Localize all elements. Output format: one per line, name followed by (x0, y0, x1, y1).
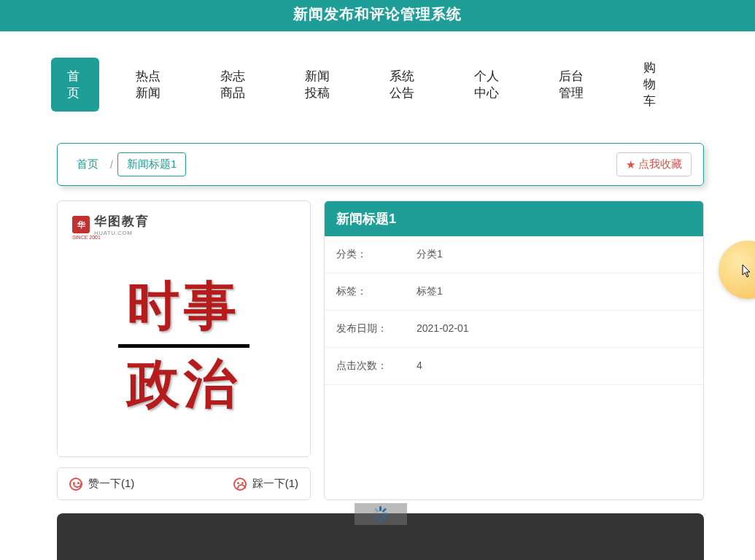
image-headline: 时事 政治 (118, 273, 249, 419)
nav-submit[interactable]: 新闻投稿 (289, 58, 353, 112)
system-title: 新闻发布和评论管理系统 (0, 0, 755, 31)
left-column: 华 华图教育 HUATU.COM SINCE 2001 时事 政治 赞一下(1) (57, 201, 311, 500)
logo-icon: 华 (72, 216, 90, 233)
vote-panel: 赞一下(1) 踩一下(1) (57, 467, 311, 500)
frown-icon (233, 478, 247, 491)
info-row-tag: 标签： 标签1 (325, 273, 703, 311)
main-nav: 首页 热点新闻 杂志商品 新闻投稿 系统公告 个人中心 后台管理 购物车 (0, 31, 755, 133)
info-value: 4 (417, 359, 422, 373)
info-label: 标签： (336, 285, 417, 298)
info-value: 分类1 (417, 248, 443, 261)
dislike-button[interactable]: 踩一下(1) (233, 477, 298, 491)
favorite-label: 点我收藏 (638, 158, 682, 171)
article-image-panel: 华 华图教育 HUATU.COM SINCE 2001 时事 政治 (57, 201, 311, 457)
logo-since: SINCE 2001 (72, 235, 101, 240)
info-row-date: 发布日期： 2021-02-01 (325, 311, 703, 348)
logo-brand-text: 华图教育 (94, 213, 150, 230)
info-label: 点击次数： (336, 359, 417, 373)
info-row-clicks: 点击次数： 4 (325, 348, 703, 385)
breadcrumb: 首页 / 新闻标题1 ★ 点我收藏 (57, 143, 704, 186)
floating-action-button[interactable] (719, 241, 755, 299)
nav-profile[interactable]: 个人中心 (458, 58, 522, 112)
spinner-icon (373, 506, 389, 522)
smile-icon (69, 478, 82, 491)
breadcrumb-current: 新闻标题1 (117, 152, 186, 176)
nav-hot-news[interactable]: 热点新闻 (120, 58, 184, 112)
article-info-panel: 新闻标题1 分类： 分类1 标签： 标签1 发布日期： 2021-02-01 点… (324, 201, 704, 500)
logo-domain-text: HUATU.COM (94, 230, 150, 236)
like-label: 赞一下(1) (88, 477, 134, 491)
media-player-panel[interactable] (57, 513, 704, 560)
article-image: 华 华图教育 HUATU.COM SINCE 2001 时事 政治 (62, 206, 306, 452)
headline-line2: 政治 (118, 351, 249, 419)
info-label: 分类： (336, 248, 417, 261)
dislike-label: 踩一下(1) (252, 477, 298, 491)
nav-magazine[interactable]: 杂志商品 (204, 58, 268, 112)
bottom-section (57, 513, 704, 560)
nav-announce[interactable]: 系统公告 (373, 58, 438, 112)
favorite-button[interactable]: ★ 点我收藏 (616, 152, 692, 176)
info-value: 2021-02-01 (417, 322, 469, 335)
nav-admin[interactable]: 后台管理 (543, 58, 607, 112)
loading-overlay (355, 503, 407, 525)
info-label: 发布日期： (336, 322, 417, 335)
like-button[interactable]: 赞一下(1) (69, 477, 134, 491)
nav-home[interactable]: 首页 (51, 58, 99, 112)
breadcrumb-home-link[interactable]: 首页 (69, 155, 106, 174)
info-value: 标签1 (417, 285, 443, 298)
nav-cart[interactable]: 购物车 (627, 49, 684, 120)
info-row-category: 分类： 分类1 (325, 236, 703, 273)
article-title: 新闻标题1 (325, 201, 703, 236)
content-row: 华 华图教育 HUATU.COM SINCE 2001 时事 政治 赞一下(1) (57, 201, 704, 500)
headline-divider (118, 344, 249, 348)
star-icon: ★ (626, 158, 635, 171)
breadcrumb-separator: / (110, 159, 113, 171)
headline-line1: 时事 (118, 273, 249, 341)
